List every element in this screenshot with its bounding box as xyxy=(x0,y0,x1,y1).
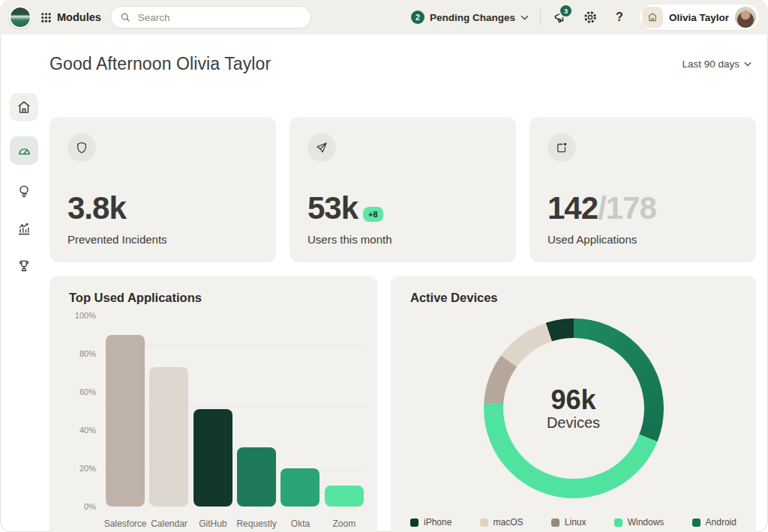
app-logo[interactable] xyxy=(9,6,32,28)
trophy-icon xyxy=(16,259,32,273)
legend-item-android: Android xyxy=(692,517,736,528)
stats-row: 3.8k Prevented Incidents 53k + xyxy=(50,117,756,262)
y-axis-label: 20% xyxy=(80,464,96,473)
charts-row: Top Used Applications 100%80%60%40%20%0%… xyxy=(50,276,756,532)
stat-card-used-applications: 142 /178 Used Applications xyxy=(530,117,756,262)
date-range-selector[interactable]: Last 90 days xyxy=(682,58,754,70)
legend-label: Windows xyxy=(628,517,664,528)
modules-button[interactable]: Modules xyxy=(40,11,101,23)
donut-legend: iPhonemacOSLinuxWindowsAndroid xyxy=(410,517,736,528)
bar-slot xyxy=(147,315,190,507)
y-axis-label: 60% xyxy=(80,387,96,396)
modules-label: Modules xyxy=(57,11,101,23)
growth-badge: +8 xyxy=(363,207,383,222)
bar-requestly xyxy=(237,447,276,507)
chart-title: Top Used Applications xyxy=(69,291,202,305)
chevron-down-icon xyxy=(520,15,529,20)
stat-label: Prevented Incidents xyxy=(68,233,258,246)
search-input[interactable] xyxy=(136,11,302,24)
stat-value: 3.8k xyxy=(68,193,126,224)
home-small-icon xyxy=(647,12,658,22)
top-bar: Modules 2 Pending Changes xyxy=(0,0,768,34)
gear-icon xyxy=(583,10,598,25)
stat-total: /178 xyxy=(598,193,656,224)
bar-plot xyxy=(104,315,366,507)
user-avatar xyxy=(735,7,756,28)
donut-center-value: 96k xyxy=(550,385,596,415)
x-axis-label: Salesforce xyxy=(104,519,147,529)
org-icon-tile xyxy=(642,7,663,28)
bar-slot xyxy=(104,315,147,507)
stat-label: Users this month xyxy=(308,233,498,246)
chevron-down-icon xyxy=(744,61,752,67)
search-icon xyxy=(120,12,130,22)
home-icon xyxy=(16,100,32,115)
x-axis-label: Requestly xyxy=(235,519,278,529)
y-axis-label: 100% xyxy=(75,311,96,320)
legend-label: Android xyxy=(706,517,736,528)
shield-icon xyxy=(75,141,88,154)
bar-slot xyxy=(278,315,322,507)
sidebar-item-achievements[interactable] xyxy=(10,255,38,277)
donut-chart-card: Active Devices 96k Devices iPhonemacOSLi… xyxy=(391,276,756,532)
donut-ring: 96k Devices xyxy=(484,318,664,498)
donut-center: 96k Devices xyxy=(503,338,644,479)
sidebar-item-insights[interactable] xyxy=(10,180,38,202)
legend-item-windows: Windows xyxy=(614,517,664,528)
header-divider xyxy=(540,9,541,25)
x-axis-label: Okta xyxy=(278,519,322,529)
legend-swatch xyxy=(614,519,622,527)
search-box[interactable] xyxy=(110,6,311,28)
x-axis-label: Zoom xyxy=(322,519,366,529)
lightbulb-icon xyxy=(16,184,32,199)
legend-item-iphone: iPhone xyxy=(410,517,452,528)
dashboard-page: Modules 2 Pending Changes xyxy=(0,0,768,532)
grid-icon xyxy=(40,12,52,23)
stat-icon-circle xyxy=(68,133,96,162)
app-window-icon xyxy=(555,141,568,154)
legend-swatch xyxy=(551,519,560,527)
pending-changes-label: Pending Changes xyxy=(430,12,515,23)
settings-button[interactable] xyxy=(581,8,599,26)
notifications-button[interactable]: 3 xyxy=(552,8,570,26)
legend-swatch xyxy=(480,519,488,527)
date-range-label: Last 90 days xyxy=(682,58,740,70)
legend-swatch xyxy=(410,519,418,527)
legend-item-macos: macOS xyxy=(480,517,524,528)
sidebar-item-home[interactable] xyxy=(10,93,38,121)
y-axis: 100%80%60%40%20%0% xyxy=(69,315,96,507)
user-menu[interactable]: Olivia Taylor xyxy=(640,4,759,30)
send-icon xyxy=(315,141,328,154)
y-axis-label: 80% xyxy=(80,349,96,358)
main-area: Good Afternoon Olivia Taylor Last 90 day… xyxy=(0,34,768,532)
notifications-count-badge: 3 xyxy=(559,4,573,18)
pending-changes-button[interactable]: 2 Pending Changes xyxy=(411,10,529,24)
legend-label: macOS xyxy=(494,517,524,528)
stat-icon-circle xyxy=(548,133,576,162)
y-axis-label: 40% xyxy=(80,426,96,435)
bar-salesforce xyxy=(106,335,145,507)
gauge-icon xyxy=(16,143,32,159)
bar-zoom xyxy=(325,486,364,507)
donut-center-label: Devices xyxy=(547,414,600,432)
stat-value: 142 xyxy=(548,193,598,224)
legend-item-linux: Linux xyxy=(551,517,586,528)
bar-github xyxy=(194,409,232,507)
sidebar-item-reports[interactable] xyxy=(10,217,38,240)
page-title: Good Afternoon Olivia Taylor xyxy=(50,54,271,74)
bar-slot xyxy=(322,315,366,507)
bar-okta xyxy=(280,468,320,507)
bar-calendar xyxy=(149,367,188,507)
bar-chart-card: Top Used Applications 100%80%60%40%20%0%… xyxy=(50,276,377,532)
pending-changes-count-badge: 2 xyxy=(411,10,424,24)
help-button[interactable]: ? xyxy=(610,8,628,26)
stat-card-users-this-month: 53k +8 Users this month xyxy=(290,117,516,262)
sidebar-item-dashboard[interactable] xyxy=(10,136,38,165)
sidebar xyxy=(0,69,48,277)
donut-chart: 96k Devices xyxy=(484,318,664,498)
x-axis: SalesforceCalendarGitHubRequestlyOktaZoo… xyxy=(104,519,366,529)
user-name: Olivia Taylor xyxy=(669,12,729,23)
legend-label: iPhone xyxy=(424,517,452,528)
x-axis-label: Calendar xyxy=(147,519,190,529)
trend-chart-icon xyxy=(16,221,32,236)
